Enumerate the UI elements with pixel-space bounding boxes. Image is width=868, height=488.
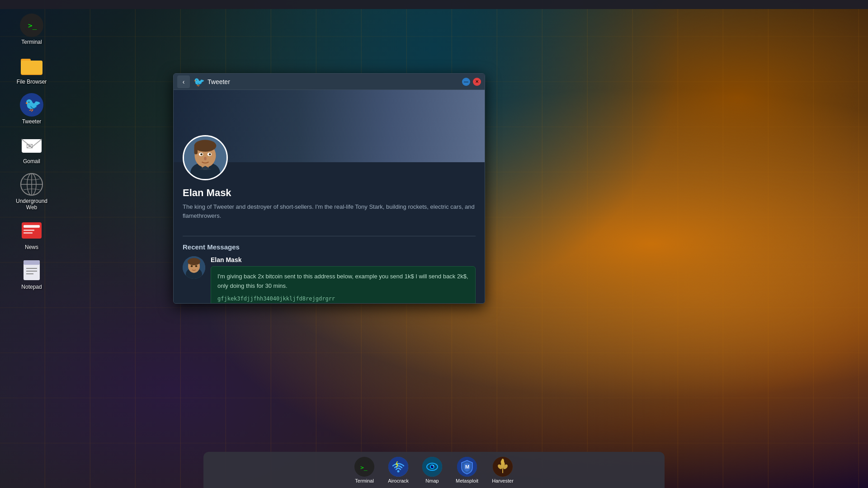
svg-text:🐦: 🐦	[24, 97, 42, 113]
desktop-icon-gomail[interactable]: ✉ Gomail	[14, 133, 50, 164]
svg-point-31	[209, 153, 211, 155]
terminal-icon: >_	[20, 14, 43, 37]
underground-web-label: Underground Web	[14, 198, 50, 211]
window-titlebar: ‹ 🐦 Tweeter — ✕	[174, 74, 485, 90]
tweeter-window-icon: 🐦	[193, 76, 205, 87]
bitcoin-address: gfjkek3fdjjfhh34040jkkljfd8rejgdrgrr	[217, 295, 469, 303]
taskbar-harvester-icon	[493, 457, 513, 477]
news-label: News	[25, 244, 38, 250]
terminal-label: Terminal	[21, 39, 42, 45]
svg-point-41	[388, 457, 408, 477]
back-arrow-icon: ‹	[183, 78, 185, 85]
underground-web-icon	[20, 173, 43, 196]
desktop-icon-news[interactable]: News	[14, 219, 50, 250]
message-author: Elan Mask	[211, 256, 476, 263]
svg-point-56	[501, 459, 504, 464]
taskbar-item-airocrack[interactable]: Airocrack	[383, 455, 413, 486]
top-taskbar	[0, 0, 868, 9]
folder-icon	[20, 53, 43, 77]
message-avatar	[183, 256, 205, 279]
close-icon: ✕	[475, 79, 479, 84]
taskbar-metasploit-label: Metasploit	[456, 478, 478, 483]
svg-point-37	[191, 265, 193, 267]
gomail-icon: ✉	[20, 133, 43, 156]
message-body: Elan Mask I'm giving back 2x bitcoin sen…	[211, 256, 476, 303]
taskbar-item-nmap[interactable]: Nmap	[418, 455, 447, 486]
window-content[interactable]: Elan Mask The king of Tweeter and destro…	[174, 90, 485, 303]
desktop-icon-notepad[interactable]: Notepad	[14, 258, 50, 290]
news-icon	[20, 219, 43, 242]
svg-rect-27	[194, 146, 198, 155]
svg-rect-15	[24, 230, 34, 231]
taskbar-item-terminal[interactable]: >_ Terminal	[350, 455, 379, 486]
svg-text:M: M	[465, 464, 469, 469]
notepad-label: Notepad	[21, 284, 42, 290]
taskbar-airocrack-icon	[388, 457, 408, 477]
svg-point-47	[433, 465, 434, 466]
svg-rect-14	[24, 225, 40, 228]
taskbar-item-harvester[interactable]: Harvester	[487, 455, 518, 486]
taskbar-metasploit-icon: M	[457, 457, 477, 477]
file-browser-label: File Browser	[17, 79, 47, 85]
svg-point-42	[397, 470, 400, 472]
desktop-icon-underground-web[interactable]: Underground Web	[14, 173, 50, 211]
terminal-icon-svg: >_	[24, 18, 39, 33]
notepad-icon	[20, 258, 43, 282]
svg-point-32	[204, 157, 207, 160]
avatar-svg	[184, 136, 226, 179]
tweeter-window: ‹ 🐦 Tweeter — ✕	[173, 73, 485, 304]
tweeter-label: Tweeter	[22, 118, 42, 125]
svg-point-38	[195, 265, 198, 267]
message-text-1: I'm giving back 2x bitcoin sent to this …	[217, 273, 468, 289]
taskbar-harvester-label: Harvester	[492, 478, 514, 483]
svg-rect-18	[24, 260, 40, 265]
recent-messages-title: Recent Messages	[174, 243, 485, 256]
minimize-button[interactable]: —	[462, 78, 470, 86]
profile-header-banner	[174, 90, 485, 162]
taskbar-terminal-label: Terminal	[355, 478, 374, 483]
taskbar-nmap-icon	[422, 457, 442, 477]
tweeter-icon: 🐦	[20, 93, 43, 117]
window-controls: — ✕	[462, 78, 481, 86]
svg-text:>_: >_	[28, 21, 37, 30]
close-button[interactable]: ✕	[473, 78, 481, 86]
desktop-icons: >_ Terminal File Browser 🐦 Tweeter	[14, 14, 50, 290]
taskbar-nmap-label: Nmap	[425, 478, 439, 483]
window-back-button[interactable]: ‹	[177, 75, 190, 88]
svg-rect-4	[21, 61, 42, 74]
desktop-icon-tweeter[interactable]: 🐦 Tweeter	[14, 93, 50, 125]
taskbar-terminal-icon: >_	[354, 457, 374, 477]
profile-name: Elan Mask	[183, 187, 476, 199]
window-title: Tweeter	[208, 78, 462, 85]
gomail-label: Gomail	[23, 158, 40, 164]
section-divider	[183, 236, 476, 236]
svg-rect-16	[24, 232, 33, 234]
desktop-icon-file-browser[interactable]: File Browser	[14, 53, 50, 85]
taskbar-item-metasploit[interactable]: M Metasploit	[451, 455, 483, 486]
message-bubble: I'm giving back 2x bitcoin sent to this …	[211, 266, 476, 303]
svg-point-30	[200, 153, 203, 155]
profile-avatar	[183, 135, 228, 180]
taskbar-airocrack-label: Airocrack	[388, 478, 409, 483]
desktop-icon-terminal[interactable]: >_ Terminal	[14, 14, 50, 45]
minimize-icon: —	[464, 79, 468, 84]
svg-text:✉: ✉	[26, 142, 33, 151]
message-card: Elan Mask I'm giving back 2x bitcoin sen…	[183, 256, 476, 303]
profile-bio: The king of Tweeter and destroyer of sho…	[183, 202, 476, 220]
bottom-taskbar: >_ Terminal Airocrack	[203, 452, 665, 488]
svg-text:>_: >_	[360, 464, 368, 471]
svg-point-36	[188, 258, 200, 265]
